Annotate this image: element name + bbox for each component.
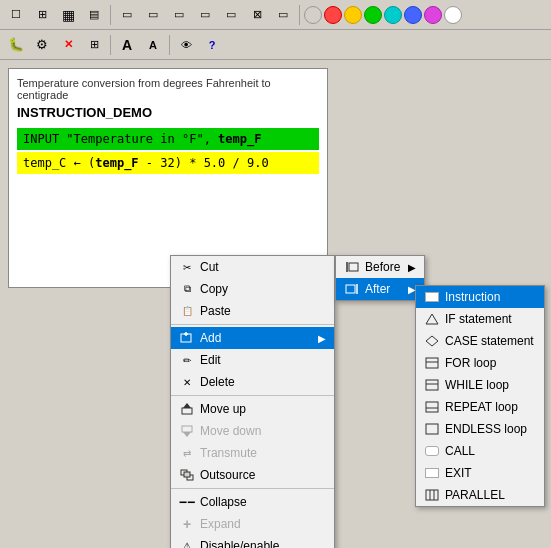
svg-marker-4 [183,403,191,408]
submenu-parallel[interactable]: PARALLEL [416,484,544,506]
sep3 [110,35,111,55]
menu-sep3 [171,488,334,489]
copy-icon [179,281,195,297]
menu-disable[interactable]: ⚠ Disable/enable [171,535,334,548]
circle-empty[interactable] [304,6,322,24]
bug-btn[interactable]: 🐛 [4,34,28,56]
menu-copy[interactable]: Copy [171,278,334,300]
submenu-repeat[interactable]: REPEAT loop [416,396,544,418]
new-btn[interactable]: ☐ [4,4,28,26]
submenu-instructions: Instruction IF statement CASE statement … [415,285,545,507]
scissors-icon [179,259,195,275]
rect4-btn[interactable]: ▭ [193,4,217,26]
sep4 [169,35,170,55]
menu-move-down[interactable]: Move down [171,420,334,442]
submenu-after[interactable]: After ▶ [336,278,424,300]
rect7-btn[interactable]: ▭ [271,4,295,26]
rect5-btn[interactable]: ▭ [219,4,243,26]
font-large-btn[interactable]: A [115,34,139,56]
case-icon [424,333,440,349]
menu-expand[interactable]: + Expand [171,513,334,535]
svg-marker-6 [183,432,191,437]
svg-rect-23 [426,424,438,434]
grid2-btn[interactable]: ⊞ [82,34,106,56]
svg-rect-19 [426,380,438,390]
rect1-btn[interactable]: ▭ [115,4,139,26]
submenu-exit[interactable]: EXIT [416,462,544,484]
rect2-btn[interactable]: ▭ [141,4,165,26]
submenu-case[interactable]: CASE statement [416,330,544,352]
submenu-endless[interactable]: ENDLESS loop [416,418,544,440]
code-row-input[interactable]: INPUT "Temperature in °F", temp_F [17,128,319,150]
sep1 [110,5,111,25]
circle-yellow[interactable] [344,6,362,24]
gear-btn[interactable]: ⚙ [30,34,54,56]
rect3-btn[interactable]: ▭ [167,4,191,26]
menu-edit[interactable]: Edit [171,349,334,371]
circle-cyan[interactable] [384,6,402,24]
rect6-btn[interactable]: ⊠ [245,4,269,26]
expand-icon: + [179,516,195,532]
circle-white[interactable] [444,6,462,24]
svg-rect-3 [182,408,192,414]
svg-rect-21 [426,402,438,412]
parallel-icon [424,487,440,503]
eye-btn[interactable]: 👁 [174,34,198,56]
submenu-while[interactable]: WHILE loop [416,374,544,396]
disable-icon: ⚠ [179,538,195,548]
submenu-before-after: Before ▶ After ▶ [335,255,425,301]
menu-sep1 [171,324,334,325]
if-icon [424,311,440,327]
call-icon [424,443,440,459]
submenu-for[interactable]: FOR loop [416,352,544,374]
menu-move-up[interactable]: Move up [171,398,334,420]
main-area: Temperature conversion from degrees Fahr… [0,60,551,548]
transmute-icon: ⇄ [179,445,195,461]
repeat-icon [424,399,440,415]
toolbar-top: ☐ ⊞ ▦ ▤ ▭ ▭ ▭ ▭ ▭ ⊠ ▭ [0,0,551,30]
context-menu: Cut Copy Paste Add ▶ Edit Delete [170,255,335,548]
edit-icon [179,352,195,368]
code-row-calc[interactable]: temp_C ← (temp_F - 32) * 5.0 / 9.0 [17,152,319,174]
menu-paste[interactable]: Paste [171,300,334,322]
svg-rect-13 [346,285,355,293]
font-small-btn[interactable]: A [141,34,165,56]
circle-blue[interactable] [404,6,422,24]
toolbar-second: 🐛 ⚙ ✕ ⊞ A A 👁 ? [0,30,551,60]
submenu-instruction[interactable]: Instruction [416,286,544,308]
circle-red[interactable] [324,6,342,24]
submenu-call[interactable]: CALL [416,440,544,462]
menu-delete[interactable]: Delete [171,371,334,393]
menu-add[interactable]: Add ▶ [171,327,334,349]
chart-btn[interactable]: ▦ [56,4,80,26]
menu-transmute[interactable]: ⇄ Transmute [171,442,334,464]
menu-sep2 [171,395,334,396]
svg-rect-5 [182,426,192,432]
delete-icon [179,374,195,390]
before-icon [344,259,360,275]
menu-cut[interactable]: Cut [171,256,334,278]
circle-magenta[interactable] [424,6,442,24]
sep2 [299,5,300,25]
collapse-icon: − [179,494,195,510]
submenu-if[interactable]: IF statement [416,308,544,330]
cross-btn[interactable]: ✕ [56,34,80,56]
endless-icon [424,421,440,437]
add-arrow: ▶ [318,333,326,344]
add-icon [179,330,195,346]
help-btn[interactable]: ? [200,34,224,56]
menu-collapse[interactable]: − Collapse [171,491,334,513]
for-icon [424,355,440,371]
grid-btn[interactable]: ⊞ [30,4,54,26]
submenu-before[interactable]: Before ▶ [336,256,424,278]
menu-outsource[interactable]: Outsource [171,464,334,486]
svg-rect-24 [426,490,438,500]
before-arrow: ▶ [408,262,416,273]
circle-green[interactable] [364,6,382,24]
film-btn[interactable]: ▤ [82,4,106,26]
exit-icon [424,465,440,481]
code-panel-title: Temperature conversion from degrees Fahr… [17,77,319,101]
while-icon [424,377,440,393]
after-icon [344,281,360,297]
code-panel-name: INSTRUCTION_DEMO [17,105,319,120]
